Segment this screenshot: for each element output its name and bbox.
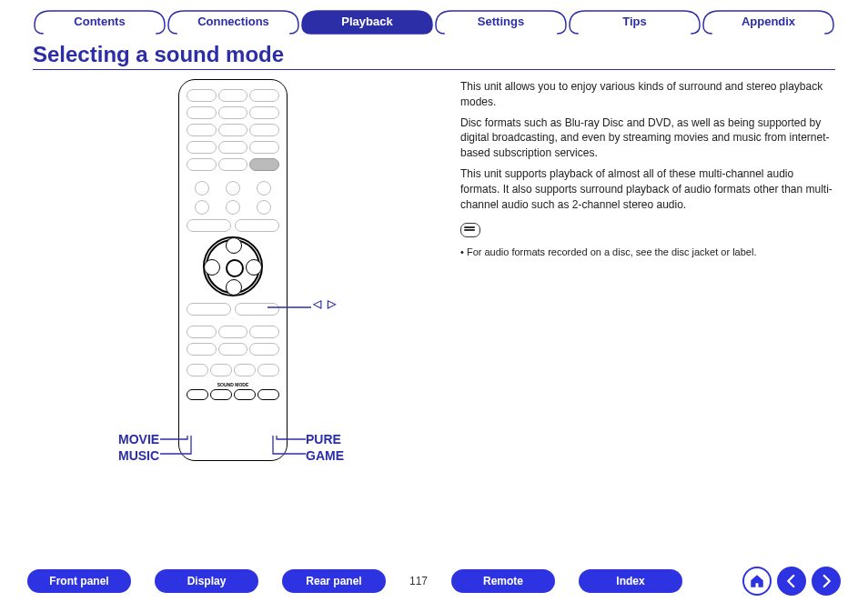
rear-panel-button[interactable]: Rear panel [282, 569, 386, 593]
tab-connections[interactable]: Connections [167, 9, 300, 35]
pure-button [257, 389, 279, 400]
movie-callout: MOVIE [118, 432, 159, 446]
page-number: 117 [409, 575, 428, 587]
arrows-callout: ◁ ▷ [313, 297, 338, 310]
remote-diagram: SOUND MODE ◁ ▷ MOVIE MUSIC PURE GAME [33, 79, 433, 497]
dpad [206, 239, 260, 294]
remote-button[interactable]: Remote [451, 569, 555, 593]
tab-contents[interactable]: Contents [33, 9, 167, 35]
sound-mode-label: SOUND MODE [187, 382, 279, 387]
game-button [234, 389, 256, 400]
front-panel-button[interactable]: Front panel [27, 569, 131, 593]
page-title: Selecting a sound mode [33, 42, 835, 67]
tab-label: Connections [197, 15, 269, 28]
remote-outline: SOUND MODE [178, 79, 288, 461]
tab-tips[interactable]: Tips [568, 9, 701, 35]
body-para-2: Disc formats such as Blu-ray Disc and DV… [460, 115, 835, 161]
note-icon [460, 223, 480, 237]
tab-label: Tips [622, 15, 647, 28]
footer-bar: Front panel Display Rear panel 117 Remot… [27, 567, 841, 596]
tab-appendix[interactable]: Appendix [701, 9, 835, 35]
tab-label: Contents [74, 15, 125, 28]
pure-callout: PURE [306, 432, 341, 446]
note-text: • For audio formats recorded on a disc, … [460, 246, 835, 259]
body-para-1: This unit allows you to enjoy various ki… [460, 79, 835, 110]
display-button[interactable]: Display [155, 569, 258, 593]
next-page-icon[interactable] [812, 567, 841, 596]
body-para-3: This unit supports playback of almost al… [460, 166, 835, 212]
body-text: This unit allows you to enjoy various ki… [460, 79, 835, 497]
movie-button [187, 389, 208, 400]
title-underline [33, 69, 835, 70]
tab-label: Playback [341, 15, 392, 28]
index-button[interactable]: Index [579, 569, 682, 593]
tab-settings[interactable]: Settings [434, 9, 568, 35]
tab-label: Settings [478, 15, 524, 28]
music-button [210, 389, 232, 400]
home-icon[interactable] [742, 567, 772, 596]
tab-label: Appendix [742, 15, 795, 28]
tab-playback[interactable]: Playback [300, 9, 434, 35]
top-nav-tabs: Contents Connections Playback Settings T… [33, 9, 835, 35]
game-callout: GAME [306, 448, 344, 463]
prev-page-icon[interactable] [777, 567, 806, 596]
music-callout: MUSIC [118, 448, 159, 463]
